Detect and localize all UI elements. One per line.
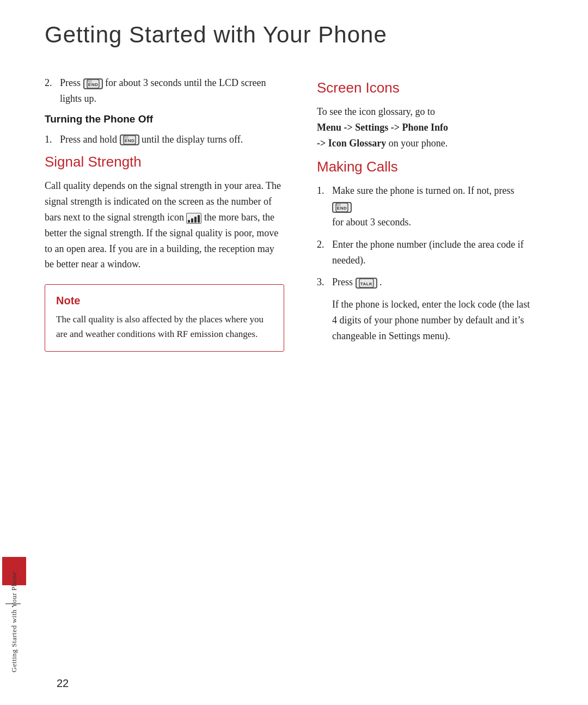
right-column: Screen Icons To see the icon glossary, g… [317, 75, 535, 352]
step2-text: Press END for about 3 seconds until the … [60, 75, 284, 107]
mc-step2-number: 2. [317, 237, 329, 268]
svg-rect-5 [124, 136, 128, 139]
signal-strength-icon [186, 213, 201, 224]
signal-strength-heading: Signal Strength [45, 154, 284, 170]
end-button-icon-2: END [120, 134, 139, 145]
end-button-icon: END [83, 78, 103, 89]
page-title: Getting Started with Your Phone [45, 22, 555, 48]
note-label: Note [56, 295, 273, 307]
note-text: The call quality is also affected by the… [56, 312, 273, 341]
step1-number: 1. [45, 132, 57, 148]
mc-step3-number: 3. [317, 274, 329, 290]
icon-glossary-arrow: -> Icon Glossary [317, 138, 386, 149]
screen-icons-heading: Screen Icons [317, 79, 535, 96]
screen-icons-text: To see the icon glossary, go to Menu -> … [317, 104, 535, 151]
step2-item: 2. Press END for about 3 seconds until t… [45, 75, 284, 107]
mc-step1-text: Make sure the phone is turned on. If not… [332, 183, 535, 230]
step1-text: Press and hold END until the display tur… [60, 132, 243, 148]
turning-off-heading: Turning the Phone Off [45, 113, 284, 125]
menu-path: Menu -> Settings -> Phone Info [317, 122, 448, 133]
page-number: 22 [57, 677, 69, 690]
svg-rect-8 [336, 204, 341, 206]
step2-number: 2. [45, 75, 57, 107]
end-button-icon-3: END [332, 202, 352, 213]
sidebar: Getting Started with Your Phone [0, 0, 28, 705]
svg-text:END: END [337, 206, 347, 211]
svg-text:TALK: TALK [360, 281, 372, 286]
making-calls-heading: Making Calls [317, 158, 535, 175]
mc-step1-number: 1. [317, 183, 329, 230]
note-box: Note The call quality is also affected b… [45, 284, 284, 352]
mc-step3-text: Press TALK . [332, 274, 382, 290]
svg-text:END: END [124, 138, 134, 143]
mc-locked-text: If the phone is locked, enter the lock c… [332, 297, 535, 344]
mc-step3-item: 3. Press TALK . [317, 274, 535, 290]
main-content: Getting Started with Your Phone 2. Press… [28, 0, 588, 705]
step1-item: 1. Press and hold END until the display … [45, 132, 284, 148]
sidebar-label: Getting Started with Your Phone [10, 572, 19, 672]
left-column: 2. Press END for about 3 seconds until t… [45, 75, 284, 352]
mc-step2-item: 2. Enter the phone number (include the a… [317, 237, 535, 268]
mc-step2-text: Enter the phone number (include the area… [332, 237, 535, 268]
svg-text:END: END [88, 82, 97, 87]
talk-button-icon: TALK [356, 278, 377, 289]
signal-paragraph: Call quality depends on the signal stren… [45, 178, 284, 272]
svg-rect-2 [88, 80, 92, 83]
mc-step1-item: 1. Make sure the phone is turned on. If … [317, 183, 535, 230]
